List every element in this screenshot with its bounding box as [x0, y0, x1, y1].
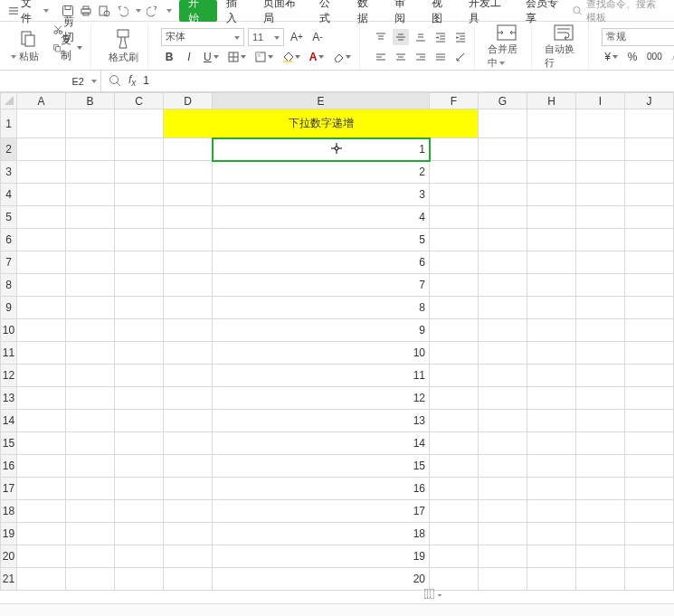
- cell[interactable]: 18: [213, 523, 430, 545]
- cell[interactable]: [527, 568, 576, 591]
- cell[interactable]: [115, 478, 164, 500]
- cell[interactable]: [115, 455, 164, 478]
- cell[interactable]: [430, 206, 479, 229]
- row-header[interactable]: 15: [1, 432, 17, 455]
- cell[interactable]: [479, 387, 527, 410]
- sheet-tab-strip[interactable]: [0, 603, 674, 616]
- col-header-C[interactable]: C: [115, 93, 164, 109]
- cell[interactable]: [430, 568, 479, 591]
- col-header-G[interactable]: G: [479, 93, 527, 109]
- cell[interactable]: [625, 109, 674, 138]
- cell[interactable]: [576, 229, 625, 251]
- cell[interactable]: [17, 297, 66, 319]
- cell[interactable]: [479, 184, 527, 206]
- cell[interactable]: [479, 455, 527, 478]
- cell[interactable]: [625, 342, 674, 365]
- cell[interactable]: [479, 500, 527, 523]
- cell[interactable]: [17, 184, 66, 206]
- cell[interactable]: [164, 545, 213, 568]
- redo-icon[interactable]: [147, 5, 159, 17]
- font-family-select[interactable]: 宋体: [161, 28, 244, 46]
- cell[interactable]: [625, 297, 674, 319]
- col-header-J[interactable]: J: [625, 93, 674, 109]
- cell[interactable]: [527, 319, 576, 342]
- cell[interactable]: [430, 365, 479, 387]
- cell[interactable]: [430, 500, 479, 523]
- cell[interactable]: [430, 523, 479, 545]
- cell[interactable]: [164, 365, 213, 387]
- cell[interactable]: [479, 251, 527, 274]
- comma-button[interactable]: 000: [644, 49, 665, 65]
- cell[interactable]: [479, 342, 527, 365]
- cell[interactable]: [66, 229, 115, 251]
- cell[interactable]: 17: [213, 500, 430, 523]
- cell[interactable]: [576, 568, 625, 591]
- col-header-D[interactable]: D: [164, 93, 213, 109]
- cell[interactable]: [430, 432, 479, 455]
- cell[interactable]: [115, 500, 164, 523]
- cell[interactable]: [17, 274, 66, 297]
- cell[interactable]: [527, 184, 576, 206]
- cell[interactable]: [164, 274, 213, 297]
- cell[interactable]: [527, 138, 576, 161]
- number-format-select[interactable]: 常规: [602, 28, 674, 46]
- spreadsheet-grid[interactable]: ABCDEFGHIJ 1下拉数字递增2132435465768798109111…: [0, 92, 674, 609]
- cell[interactable]: [479, 161, 527, 184]
- cell[interactable]: 19: [213, 545, 430, 568]
- row-header[interactable]: 17: [1, 478, 17, 500]
- increase-font-button[interactable]: A+: [288, 29, 306, 45]
- cell[interactable]: [17, 251, 66, 274]
- cell[interactable]: [479, 229, 527, 251]
- cell[interactable]: [527, 229, 576, 251]
- cell[interactable]: [430, 251, 479, 274]
- cell[interactable]: [430, 184, 479, 206]
- cell[interactable]: [17, 568, 66, 591]
- font-color-button[interactable]: A: [307, 49, 328, 65]
- cell[interactable]: [115, 545, 164, 568]
- cell[interactable]: [115, 342, 164, 365]
- cell[interactable]: [115, 568, 164, 591]
- tab-insert[interactable]: 插入: [217, 0, 254, 22]
- cell[interactable]: 3: [213, 184, 430, 206]
- cell[interactable]: [479, 109, 527, 138]
- redo-more-icon[interactable]: [165, 5, 172, 17]
- cell[interactable]: [66, 410, 115, 432]
- row-header[interactable]: 1: [1, 109, 17, 138]
- cell[interactable]: [66, 251, 115, 274]
- cell[interactable]: [164, 387, 213, 410]
- cell[interactable]: [66, 568, 115, 591]
- col-header-H[interactable]: H: [527, 93, 576, 109]
- decrease-font-button[interactable]: A-: [309, 29, 326, 45]
- cell[interactable]: [527, 410, 576, 432]
- cell[interactable]: [527, 365, 576, 387]
- cell[interactable]: 8: [213, 297, 430, 319]
- percent-button[interactable]: %: [624, 49, 641, 65]
- cell[interactable]: [66, 184, 115, 206]
- cell[interactable]: 13: [213, 410, 430, 432]
- tab-start[interactable]: 开始: [179, 0, 216, 22]
- cell[interactable]: [66, 161, 115, 184]
- col-header-E[interactable]: E: [213, 93, 430, 109]
- indent-decrease-button[interactable]: [432, 29, 449, 45]
- cell[interactable]: [17, 206, 66, 229]
- cell[interactable]: [527, 478, 576, 500]
- cell[interactable]: [576, 410, 625, 432]
- row-header[interactable]: 20: [1, 545, 17, 568]
- cell[interactable]: [625, 387, 674, 410]
- cell[interactable]: [115, 387, 164, 410]
- indent-increase-button[interactable]: [452, 29, 469, 45]
- cell[interactable]: [625, 500, 674, 523]
- cell[interactable]: [164, 455, 213, 478]
- print-preview-icon[interactable]: [98, 5, 110, 17]
- autofill-options-icon[interactable]: ⿲ ▾: [424, 589, 442, 600]
- cell[interactable]: [479, 138, 527, 161]
- cell[interactable]: [576, 138, 625, 161]
- cell[interactable]: [115, 410, 164, 432]
- row-header[interactable]: 7: [1, 251, 17, 274]
- cell[interactable]: [527, 432, 576, 455]
- tab-data[interactable]: 数据: [348, 0, 385, 22]
- cell[interactable]: [17, 365, 66, 387]
- cell[interactable]: [17, 229, 66, 251]
- bold-button[interactable]: B: [161, 49, 177, 65]
- cell[interactable]: 15: [213, 455, 430, 478]
